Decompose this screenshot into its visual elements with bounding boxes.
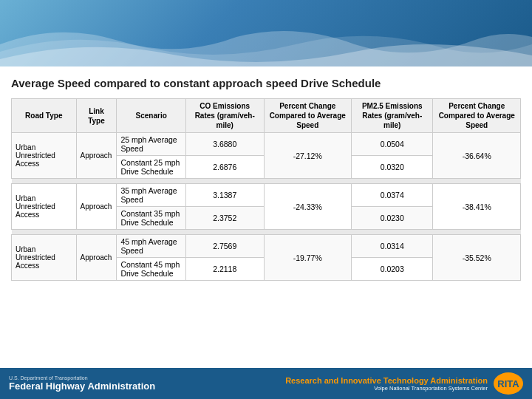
scenario-cell: Constant 45 mph Drive Schedule (117, 258, 185, 281)
page-title: Average Speed compared to constant appro… (11, 77, 521, 89)
col-co-emissions: CO Emissions Rates (gram/veh-mile) (185, 99, 264, 133)
co-percent-cell: -24.33% (264, 184, 351, 230)
data-table: Road Type Link Type Scenario CO Emission… (11, 98, 521, 281)
table-row: Urban Unrestricted AccessApproach35 mph … (12, 184, 521, 207)
scenario-cell: 35 mph Average Speed (117, 184, 185, 207)
col-co-percent: Percent Change Compared to Average Speed (264, 99, 351, 133)
rita-title: Research and Innovative Technology Admin… (285, 376, 488, 385)
pm25-emissions-cell: 0.0374 (351, 184, 432, 207)
scenario-cell: Constant 35 mph Drive Schedule (117, 207, 185, 230)
footer-right-group: Research and Innovative Technology Admin… (285, 372, 523, 395)
co-emissions-cell: 2.6876 (185, 156, 264, 179)
pm25-percent-cell: -36.64% (433, 133, 521, 179)
col-pm25-percent: Percent Change Compared to Average Speed (433, 99, 521, 133)
table-separator (12, 230, 521, 235)
col-pm25-emissions: PM2.5 Emissions Rates (gram/veh-mile) (351, 99, 432, 133)
co-percent-cell: -27.12% (264, 133, 351, 179)
road-type-cell: Urban Unrestricted Access (12, 133, 77, 179)
footer-left: U.S. Department of Transportation Federa… (9, 375, 155, 392)
road-type-cell: Urban Unrestricted Access (12, 235, 77, 281)
footer: U.S. Department of Transportation Federa… (0, 368, 532, 399)
pm25-percent-cell: -38.41% (433, 184, 521, 230)
co-percent-cell: -19.77% (264, 235, 351, 281)
pm25-emissions-cell: 0.0504 (351, 133, 432, 156)
pm25-emissions-cell: 0.0314 (351, 235, 432, 258)
footer-right: Research and Innovative Technology Admin… (285, 376, 488, 392)
pm25-percent-cell: -35.52% (433, 235, 521, 281)
rita-logo: RITA (494, 372, 523, 395)
pm25-emissions-cell: 0.0320 (351, 156, 432, 179)
co-emissions-cell: 3.6880 (185, 133, 264, 156)
co-emissions-cell: 2.3752 (185, 207, 264, 230)
fhwa-label: Federal Highway Administration (9, 381, 155, 392)
header-banner (0, 0, 532, 66)
rita-sub: Volpe National Transportation Systems Ce… (374, 385, 488, 392)
col-scenario: Scenario (117, 99, 185, 133)
road-type-cell: Urban Unrestricted Access (12, 184, 77, 230)
col-link-type: Link Type (76, 99, 117, 133)
main-content: Average Speed compared to constant appro… (0, 66, 532, 284)
table-row: Urban Unrestricted AccessApproach25 mph … (12, 133, 521, 156)
scenario-cell: 25 mph Average Speed (117, 133, 185, 156)
link-type-cell: Approach (76, 184, 117, 230)
pm25-emissions-cell: 0.0230 (351, 207, 432, 230)
pm25-emissions-cell: 0.0203 (351, 258, 432, 281)
co-emissions-cell: 2.2118 (185, 258, 264, 281)
scenario-cell: Constant 25 mph Drive Schedule (117, 156, 185, 179)
scenario-cell: 45 mph Average Speed (117, 235, 185, 258)
col-road-type: Road Type (12, 99, 77, 133)
link-type-cell: Approach (76, 133, 117, 179)
co-emissions-cell: 2.7569 (185, 235, 264, 258)
table-row: Urban Unrestricted AccessApproach45 mph … (12, 235, 521, 258)
dept-label: U.S. Department of Transportation (9, 375, 155, 381)
table-separator (12, 179, 521, 184)
link-type-cell: Approach (76, 235, 117, 281)
co-emissions-cell: 3.1387 (185, 184, 264, 207)
